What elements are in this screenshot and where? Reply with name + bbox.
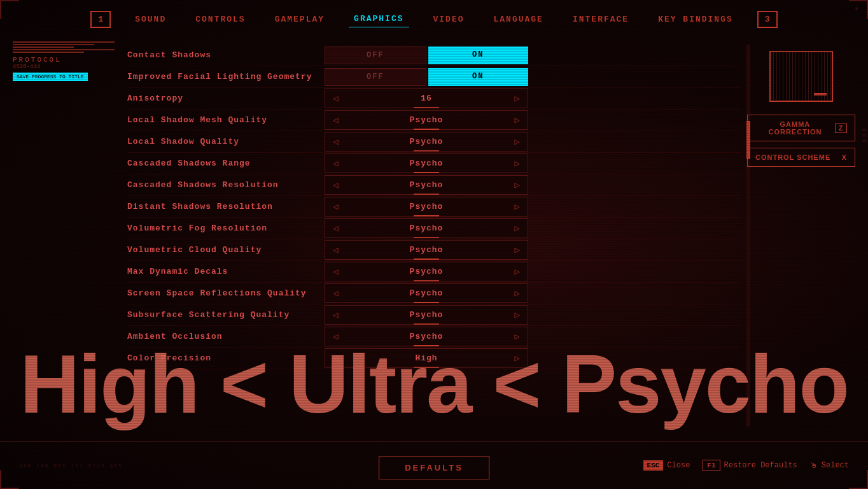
nav-sound[interactable]: SOUND xyxy=(130,11,171,27)
nav-gameplay[interactable]: GAMEPLAY xyxy=(270,11,330,27)
defaults-button[interactable]: DEFAULTS xyxy=(379,456,489,479)
setting-label-ambient-occlusion: Ambient Occlusion xyxy=(127,332,325,341)
toggle-facial-lighting: OFF ON xyxy=(325,68,741,86)
setting-screen-space-reflections: Screen Space Reflections Quality ◁ Psych… xyxy=(127,283,741,304)
slider-cascaded-shadows-range: ◁ Psycho ▷ xyxy=(325,153,528,173)
toggle-off-contact-shadows[interactable]: OFF xyxy=(325,46,426,64)
setting-label-color-precision: Color Precision xyxy=(127,353,325,363)
setting-label-contact-shadows: Contact Shadows xyxy=(127,50,325,60)
slider-value-cascaded-shadows-range: Psycho xyxy=(346,159,507,168)
arrow-right-color-precision[interactable]: ▷ xyxy=(507,349,528,367)
slider-local-shadow-mesh: ◁ Psycho ▷ xyxy=(325,110,528,130)
nav-video[interactable]: VIDEO xyxy=(428,11,470,27)
gamma-correction-button[interactable]: GAMMA CORRECTION Z xyxy=(747,115,855,141)
setting-distant-shadows-resolution: Distant Shadows Resolution ◁ Psycho ▷ xyxy=(127,196,741,218)
arrow-left-subsurface-scattering[interactable]: ◁ xyxy=(325,306,346,324)
arrow-left-volumetric-cloud[interactable]: ◁ xyxy=(325,241,346,259)
setting-label-cascaded-shadows-range: Cascaded Shadows Range xyxy=(127,159,325,168)
nav-box-left[interactable]: 1 xyxy=(90,11,111,28)
arrow-right-cascaded-shadows-resolution[interactable]: ▷ xyxy=(507,176,528,194)
arrow-left-ambient-occlusion[interactable]: ◁ xyxy=(325,327,346,346)
arrow-right-volumetric-cloud[interactable]: ▷ xyxy=(507,241,528,259)
close-label: Close xyxy=(667,461,690,470)
slider-value-screen-space-reflections: Psycho xyxy=(346,288,507,298)
arrow-right-cascaded-shadows-range[interactable]: ▷ xyxy=(507,154,528,173)
setting-label-volumetric-fog: Volumetric Fog Resolution xyxy=(127,223,325,233)
right-panel: GAMMA CORRECTION Z CONTROL SCHEME X xyxy=(747,51,855,167)
restore-control: F1 Restore Defaults xyxy=(703,460,797,471)
logo-main-text: PROTOCOL xyxy=(13,56,115,64)
preview-box xyxy=(769,51,833,102)
settings-list: Contact Shadows OFF ON Improved Facial L… xyxy=(127,45,741,369)
setting-local-shadow-quality: Local Shadow Quality ◁ Psycho ▷ xyxy=(127,131,741,153)
nav-language[interactable]: LANGUAGE xyxy=(489,11,549,27)
toggle-on-facial-lighting[interactable]: ON xyxy=(428,68,529,86)
arrow-left-color-precision[interactable]: ◁ xyxy=(325,349,346,367)
slider-value-cascaded-shadows-resolution: Psycho xyxy=(346,180,507,190)
arrow-right-max-dynamic-decals[interactable]: ▷ xyxy=(507,262,528,281)
nav-interface[interactable]: INTERFACE xyxy=(568,11,634,27)
slider-value-max-dynamic-decals: Psycho xyxy=(346,267,507,276)
setting-label-facial-lighting: Improved Facial Lighting Geometry xyxy=(127,72,325,82)
setting-volumetric-fog: Volumetric Fog Resolution ◁ Psycho ▷ xyxy=(127,218,741,239)
toggle-contact-shadows: OFF ON xyxy=(325,46,741,64)
top-navigation: 1 SOUND CONTROLS GAMEPLAY GRAPHICS VIDEO… xyxy=(0,0,868,38)
arrow-left-local-shadow-mesh[interactable]: ◁ xyxy=(325,111,346,129)
arrow-right-local-shadow-quality[interactable]: ▷ xyxy=(507,132,528,151)
gamma-correction-label: GAMMA CORRECTION xyxy=(755,120,835,136)
toggle-on-contact-shadows[interactable]: ON xyxy=(428,46,529,64)
arrow-left-local-shadow-quality[interactable]: ◁ xyxy=(325,132,346,151)
logo-lines xyxy=(13,41,115,53)
setting-volumetric-cloud: Volumetric Cloud Quality ◁ Psycho ▷ xyxy=(127,239,741,261)
slider-color-precision: ◁ High ▷ xyxy=(325,348,528,368)
right-border-decoration: ▐▌▐▌▐▌ xyxy=(862,127,867,143)
logo-sub-text: 4520-444 xyxy=(13,64,115,70)
toggle-off-facial-lighting[interactable]: OFF xyxy=(325,68,426,86)
arrow-left-volumetric-fog[interactable]: ◁ xyxy=(325,219,346,237)
select-icon: 🖱 xyxy=(810,461,818,471)
nav-box-right[interactable]: 3 xyxy=(757,11,778,28)
slider-value-color-precision: High xyxy=(346,353,507,363)
arrow-left-cascaded-shadows-range[interactable]: ◁ xyxy=(325,154,346,173)
nav-graphics[interactable]: GRAPHICS xyxy=(349,11,409,27)
setting-cascaded-shadows-range: Cascaded Shadows Range ◁ Psycho ▷ xyxy=(127,153,741,174)
slider-local-shadow-quality: ◁ Psycho ▷ xyxy=(325,132,528,152)
control-scheme-key-box: X xyxy=(842,153,847,161)
arrow-left-anisotropy[interactable]: ◁ xyxy=(325,89,346,108)
slider-volumetric-cloud: ◁ Psycho ▷ xyxy=(325,240,528,260)
arrow-right-distant-shadows-resolution[interactable]: ▷ xyxy=(507,197,528,216)
arrow-left-screen-space-reflections[interactable]: ◁ xyxy=(325,284,346,302)
slider-screen-space-reflections: ◁ Psycho ▷ xyxy=(325,283,528,303)
slider-value-volumetric-cloud: Psycho xyxy=(346,245,507,255)
slider-anisotropy: ◁ 16 ▷ xyxy=(325,89,528,108)
close-key: ESC xyxy=(643,460,664,471)
setting-subsurface-scattering: Subsurface Scattering Quality ◁ Psycho ▷ xyxy=(127,304,741,326)
arrow-right-screen-space-reflections[interactable]: ▷ xyxy=(507,284,528,302)
bottom-status-text: JAN 100 DEC 151 OC10 A55 xyxy=(19,463,123,469)
nav-key-bindings[interactable]: KEY BINDINGS xyxy=(653,11,738,27)
setting-contact-shadows: Contact Shadows OFF ON xyxy=(127,45,741,66)
arrow-right-subsurface-scattering[interactable]: ▷ xyxy=(507,306,528,324)
slider-value-local-shadow-quality: Psycho xyxy=(346,137,507,146)
nav-controls[interactable]: CONTROLS xyxy=(190,11,250,27)
settings-panel: Contact Shadows OFF ON Improved Facial L… xyxy=(127,45,741,438)
logo-badge: SAVE PROGRESS TO TITLE xyxy=(13,73,88,81)
slider-cascaded-shadows-resolution: ◁ Psycho ▷ xyxy=(325,175,528,195)
close-control: ESC Close xyxy=(643,460,690,471)
setting-ambient-occlusion: Ambient Occlusion ◁ Psycho ▷ xyxy=(127,326,741,348)
bottom-bar: JAN 100 DEC 151 OC10 A55 DEFAULTS ESC Cl… xyxy=(0,441,868,489)
arrow-right-local-shadow-mesh[interactable]: ▷ xyxy=(507,111,528,129)
arrow-right-volumetric-fog[interactable]: ▷ xyxy=(507,219,528,237)
slider-value-volumetric-fog: Psycho xyxy=(346,223,507,233)
arrow-left-cascaded-shadows-resolution[interactable]: ◁ xyxy=(325,176,346,194)
select-label: Select xyxy=(822,461,849,470)
setting-anisotropy: Anisotropy ◁ 16 ▷ xyxy=(127,88,741,110)
slider-max-dynamic-decals: ◁ Psycho ▷ xyxy=(325,262,528,281)
arrow-left-max-dynamic-decals[interactable]: ◁ xyxy=(325,262,346,281)
arrow-left-distant-shadows-resolution[interactable]: ◁ xyxy=(325,197,346,216)
slider-subsurface-scattering: ◁ Psycho ▷ xyxy=(325,305,528,325)
arrow-right-ambient-occlusion[interactable]: ▷ xyxy=(507,327,528,346)
arrow-right-anisotropy[interactable]: ▷ xyxy=(507,89,528,108)
control-scheme-button[interactable]: CONTROL SCHEME X xyxy=(747,148,855,167)
slider-ambient-occlusion: ◁ Psycho ▷ xyxy=(325,327,528,346)
